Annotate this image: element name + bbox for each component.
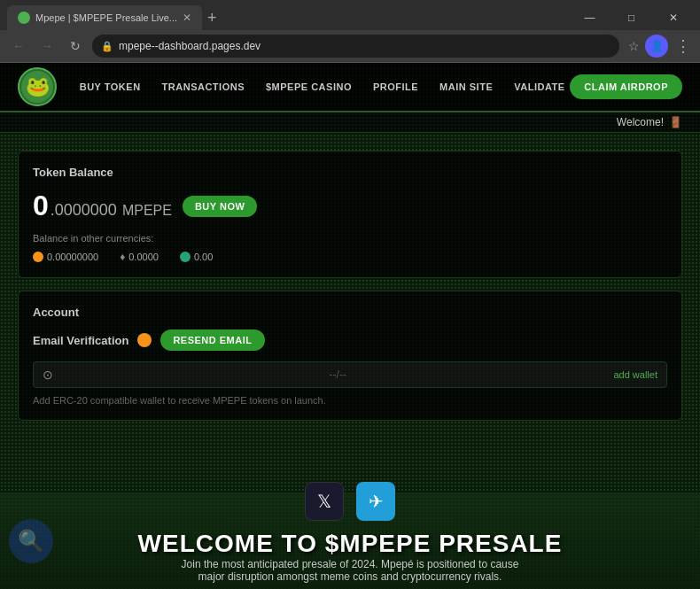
bottom-overlay: 𝕏 ✈ WELCOME TO $MPEPE PRESALE Join the m… [0,492,700,589]
token-balance-title: Token Balance [33,166,667,179]
nav-buy-token[interactable]: BUY TOKEN [80,81,141,92]
email-verification-row: Email Verification RESEND EMAIL [33,329,667,351]
new-tab-button[interactable]: + [207,10,217,26]
forward-button[interactable]: → [35,35,58,58]
nav-validate[interactable]: VALIDATE [514,81,564,92]
welcome-bar: Welcome! 🚪 [0,112,700,133]
page-content: 🐸 BUY TOKEN TRANSACTIONS $MPEPE CASINO P… [0,63,700,589]
bottom-logo-watermark: 🔍 [9,519,53,563]
tab-bar: Mpepe | $MPEPE Presale Live... ✕ + — □ ✕ [0,0,700,30]
profile-button[interactable]: 👤 [645,35,668,58]
telegram-button[interactable]: ✈ [356,482,395,521]
site-nav: 🐸 BUY TOKEN TRANSACTIONS $MPEPE CASINO P… [0,63,700,112]
usdt-icon [180,252,191,262]
close-window-button[interactable]: ✕ [653,5,693,30]
balance-currency: MPEPE [122,203,172,219]
social-buttons: 𝕏 ✈ [305,482,395,521]
token-balance-card: Token Balance 0 .0000000 MPEPE BUY NOW B… [18,151,682,278]
token-balance-row: 0 .0000000 MPEPE BUY NOW [33,190,667,222]
nav-profile[interactable]: PROFILE [373,81,418,92]
presale-subtext: Join the most anticipated presale of 202… [173,558,527,583]
nav-links: BUY TOKEN TRANSACTIONS $MPEPE CASINO PRO… [74,81,570,92]
url-text: mpepe--dashboard.pages.dev [119,40,611,52]
logout-icon[interactable]: 🚪 [669,116,682,128]
browser-chrome: Mpepe | $MPEPE Presale Live... ✕ + — □ ✕… [0,0,700,63]
minimize-button[interactable]: — [570,5,610,30]
account-card: Account Email Verification RESEND EMAIL … [18,291,682,421]
btc-balance: 0.00000000 [33,252,98,262]
btc-value: 0.00000000 [47,252,98,262]
back-button[interactable]: ← [7,35,30,58]
window-controls: — □ ✕ [570,5,693,30]
balance-zero: 0 [33,190,49,222]
eth-icon: ♦ [120,251,125,263]
twitter-button[interactable]: 𝕏 [305,482,344,521]
watermark-icon: 🔍 [9,519,53,563]
wallet-placeholder-text: --/-- [71,368,604,381]
refresh-button[interactable]: ↻ [64,35,87,58]
buy-now-button[interactable]: BUY NOW [183,196,257,217]
usdt-value: 0.00 [194,252,213,262]
address-bar[interactable]: 🔒 mpepe--dashboard.pages.dev [92,35,619,58]
resend-email-button[interactable]: RESEND EMAIL [160,329,264,351]
eth-balance: ♦ 0.0000 [120,251,159,263]
tab-favicon [18,12,30,24]
maximize-button[interactable]: □ [611,5,651,30]
wallet-icon: ⊙ [43,368,53,382]
add-wallet-button[interactable]: add wallet [613,369,657,380]
currency-row: 0.00000000 ♦ 0.0000 0.00 [33,251,667,263]
account-title: Account [33,306,667,319]
site-logo[interactable]: 🐸 [18,67,57,106]
eth-value: 0.0000 [128,252,159,262]
page-background: 🐸 BUY TOKEN TRANSACTIONS $MPEPE CASINO P… [0,63,700,589]
balance-decimals: .0000000 [51,201,117,220]
menu-button[interactable]: ⋮ [673,35,693,58]
tab-title: Mpepe | $MPEPE Presale Live... [35,12,177,23]
lock-icon: 🔒 [101,41,113,52]
nav-transactions[interactable]: TRANSACTIONS [162,81,245,92]
btc-icon [33,252,43,262]
wallet-row: ⊙ --/-- add wallet [33,361,667,388]
logo-frog-icon: 🐸 [21,71,53,103]
presale-heading: WELCOME TO $MPEPE PRESALE [138,530,563,558]
usdt-balance: 0.00 [180,252,213,262]
balance-amount: 0 .0000000 MPEPE [33,190,172,222]
nav-main-site[interactable]: MAIN SITE [439,81,493,92]
email-status-indicator [137,333,152,347]
tab-close-button[interactable]: ✕ [183,12,191,24]
active-tab[interactable]: Mpepe | $MPEPE Presale Live... ✕ [7,5,202,30]
nav-casino[interactable]: $MPEPE CASINO [266,81,352,92]
address-bar-row: ← → ↻ 🔒 mpepe--dashboard.pages.dev ☆ 👤 ⋮ [0,30,700,62]
wallet-hint-text: Add ERC-20 compatible wallet to receive … [33,395,667,406]
balance-other-label: Balance in other currencies: [33,233,667,244]
main-area: Token Balance 0 .0000000 MPEPE BUY NOW B… [0,133,700,451]
email-verification-label: Email Verification [33,334,128,347]
welcome-text: Welcome! [617,116,664,128]
claim-airdrop-button[interactable]: CLAIM AIRDROP [570,74,682,99]
bookmark-icon[interactable]: ☆ [628,39,640,53]
